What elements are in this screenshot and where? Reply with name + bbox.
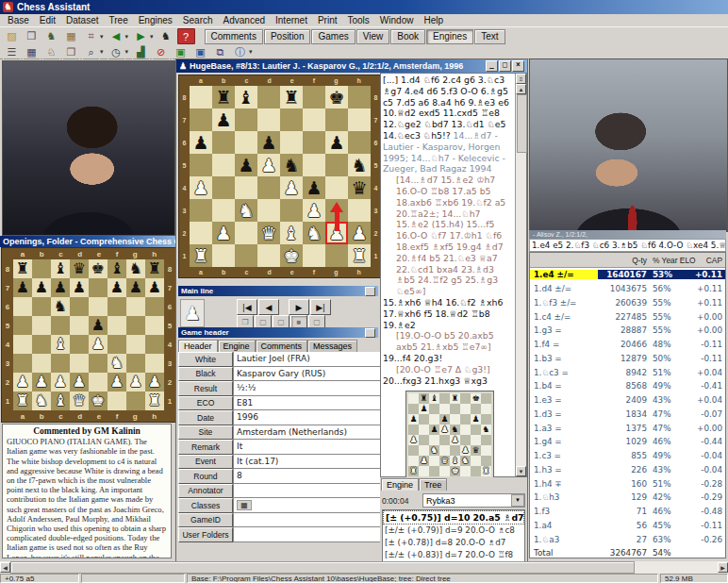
field-label[interactable]: Remark — [178, 440, 233, 455]
square-a6[interactable] — [13, 297, 32, 316]
menu-help[interactable]: Help — [419, 15, 448, 25]
square-a1[interactable]: ♜ — [13, 391, 32, 410]
square-b1[interactable] — [419, 466, 429, 476]
menu-advanced[interactable]: Advanced — [219, 15, 270, 25]
stats-row[interactable]: 1.a45645%-0.11 — [530, 519, 725, 533]
menu-search[interactable]: Search — [178, 15, 218, 25]
square-c5[interactable]: ♟ — [429, 425, 439, 435]
square-a2[interactable] — [408, 456, 419, 466]
notation-segment-main[interactable]: 20...fxg3 21.hxg3 ♕xg3 — [383, 375, 488, 386]
openings-panel-title[interactable]: Openings, Folder - Comprehensive Chess O… — [0, 236, 175, 247]
tree-statistics-table[interactable]: Q-ty% Year ELOCAP 1.e4 ±/=164016753%+0.1… — [529, 252, 726, 558]
square-d2[interactable]: ♛ — [439, 456, 450, 466]
square-c1[interactable] — [235, 244, 257, 267]
field-label[interactable]: Round — [178, 469, 233, 484]
square-e3[interactable] — [280, 199, 303, 222]
square-b6[interactable] — [419, 414, 429, 425]
square-b5[interactable] — [419, 425, 429, 435]
square-f3[interactable]: ♞ — [108, 354, 126, 373]
square-d7[interactable] — [439, 404, 450, 414]
square-b6[interactable] — [32, 297, 51, 316]
prev-game-icon[interactable]: ◀ — [108, 28, 125, 44]
square-a4[interactable] — [13, 335, 32, 354]
info-globe-icon-dropdown[interactable]: ▾ — [249, 48, 253, 56]
square-a1[interactable]: ♜ — [408, 466, 419, 476]
last-move-button[interactable]: ▶| — [310, 299, 331, 315]
stats-row[interactable]: 1.g3 =2888755%+0.00 — [530, 324, 725, 338]
search-icon[interactable]: ⌕ — [82, 44, 100, 60]
notation-scroll-thumb[interactable] — [517, 94, 527, 153]
square-g2[interactable] — [471, 456, 481, 466]
square-c5[interactable]: ♟ — [235, 154, 257, 176]
mainline-title-bar[interactable]: Main line — [178, 286, 378, 296]
square-g4[interactable] — [471, 435, 481, 445]
square-c3[interactable]: ♞ — [429, 445, 439, 456]
square-d4[interactable] — [257, 176, 280, 199]
square-e1[interactable]: ♚ — [89, 391, 108, 410]
square-b4[interactable] — [212, 176, 235, 199]
notation-segment-var[interactable]: [19.O-O-O b5 20.axb5 axb5 21.♗xb5 ♖e7∞] — [396, 330, 515, 353]
menu-tools[interactable]: Tools — [343, 15, 374, 25]
square-d8[interactable]: ♛ — [70, 259, 89, 278]
square-d1[interactable]: ♛ — [70, 391, 89, 410]
hscroll-thumb[interactable] — [10, 561, 635, 574]
minimize-button[interactable]: _ — [486, 60, 498, 72]
square-b3[interactable] — [212, 199, 235, 222]
field-label[interactable]: User Folders — [178, 527, 233, 542]
square-c1[interactable] — [429, 466, 439, 476]
notation-scrollbar[interactable]: ≡ ▲ ▼ — [515, 74, 526, 476]
square-b5[interactable] — [32, 316, 51, 335]
square-b8[interactable] — [32, 259, 51, 278]
first-move-button[interactable]: |◀ — [237, 299, 257, 315]
prev-move-button[interactable]: ◀ — [258, 299, 279, 315]
square-e7[interactable] — [280, 108, 303, 131]
field-label[interactable]: Event — [178, 455, 233, 470]
notation-split-button[interactable]: ≡ — [516, 74, 526, 84]
open-folder-icon[interactable]: ▨ — [3, 28, 21, 44]
square-b4[interactable] — [32, 335, 51, 354]
square-h2[interactable] — [481, 456, 491, 466]
square-a3[interactable] — [408, 445, 419, 456]
tab-view[interactable]: View — [356, 29, 390, 44]
square-b6[interactable] — [212, 131, 235, 154]
square-c6[interactable] — [429, 414, 439, 425]
square-g3[interactable]: ♛ — [471, 445, 481, 456]
square-f7[interactable] — [460, 404, 471, 414]
stats-row[interactable]: 1.f4 =2046648%-0.11 — [530, 338, 725, 352]
square-a8[interactable] — [408, 393, 419, 404]
game-header-title-bar[interactable]: Game header — [178, 327, 378, 338]
gh-tab-messages[interactable]: Messages — [307, 340, 357, 352]
square-f8[interactable]: ♝ — [108, 259, 126, 278]
square-b3[interactable] — [32, 354, 51, 373]
menu-edit[interactable]: Edit — [35, 15, 60, 25]
square-f6[interactable] — [303, 131, 325, 154]
square-d7[interactable]: ♟ — [70, 278, 89, 297]
pieces-icon[interactable]: ♞ — [157, 28, 175, 44]
stats-row[interactable]: 1.♘a32763%-0.26 — [530, 532, 725, 546]
stats-row[interactable]: 1.e3 =240943%+0.04 — [530, 393, 725, 408]
square-d3[interactable] — [70, 354, 89, 373]
next-game-icon[interactable]: ▶ — [132, 28, 150, 44]
square-a7[interactable] — [190, 108, 212, 131]
menu-dataset[interactable]: Dataset — [61, 15, 103, 25]
stats-row[interactable]: 1.a3 =137547%+0.00 — [530, 421, 725, 435]
annotate-button-1[interactable]: ▢ — [255, 315, 272, 328]
diagram-button[interactable]: ❒ — [237, 315, 254, 328]
engine-line[interactable]: [± (+0.75)] d=10 20.a5 ♗d7 — [383, 510, 524, 525]
square-d3[interactable] — [439, 445, 450, 456]
square-c6[interactable] — [235, 131, 257, 154]
table-icon[interactable]: ▦ — [62, 28, 80, 44]
square-b2[interactable]: ♟ — [419, 456, 429, 466]
square-b7[interactable]: ♟ — [419, 404, 429, 414]
square-e2[interactable] — [89, 373, 108, 391]
search-icon-dropdown[interactable]: ▾ — [100, 48, 104, 56]
square-e5[interactable]: ♞ — [450, 425, 460, 435]
field-label[interactable]: Site — [178, 425, 233, 441]
square-g7[interactable]: ♟ — [126, 278, 145, 297]
square-a2[interactable]: ♟ — [13, 373, 32, 391]
game-header-pin-button[interactable] — [365, 328, 375, 338]
square-a8[interactable]: ♜ — [13, 259, 32, 278]
menu-engines[interactable]: Engines — [134, 15, 177, 25]
tab-text[interactable]: Text — [474, 29, 505, 44]
square-f5[interactable] — [460, 425, 471, 435]
